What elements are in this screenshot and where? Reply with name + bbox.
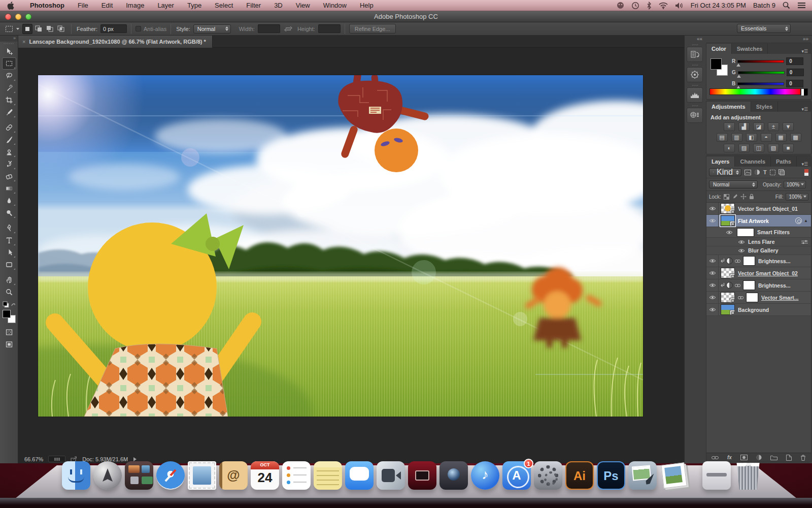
tool-preset-icon[interactable] [4, 24, 14, 34]
tool-path-selection[interactable] [2, 246, 16, 259]
layer-visibility-toggle[interactable] [706, 255, 719, 267]
link-layers-icon[interactable] [712, 455, 719, 460]
lock-transparency-icon[interactable] [724, 194, 729, 200]
wifi-icon[interactable] [659, 2, 668, 9]
channel-value[interactable]: 0 [786, 80, 803, 87]
preview-icon[interactable] [628, 461, 657, 490]
menu-image[interactable]: Image [119, 2, 151, 9]
style-select[interactable]: Normal [193, 24, 231, 34]
menu-photoshop[interactable]: Photoshop [23, 2, 71, 9]
adjustment-levels-icon[interactable]: ▟ [738, 122, 750, 131]
layer-thumbnail[interactable] [721, 292, 735, 303]
messages-icon[interactable] [345, 461, 374, 490]
panel-menu-icon[interactable]: ▾☰ [798, 159, 811, 167]
tool-move[interactable] [2, 45, 16, 57]
opacity-value[interactable]: 100% [784, 181, 806, 188]
layer-name[interactable]: Flat Artwork [738, 218, 769, 224]
trash-icon[interactable] [734, 461, 762, 490]
smart-filter-badge[interactable] [795, 217, 802, 224]
properties-panel-icon[interactable] [687, 67, 703, 82]
histogram-panel-icon[interactable] [687, 87, 703, 103]
mail-icon[interactable] [188, 461, 216, 490]
feather-input[interactable]: 0 px [100, 24, 127, 33]
adjustment-curves-icon[interactable]: ◪ [753, 122, 764, 131]
adjustment-exposure-icon[interactable]: ± [768, 122, 779, 131]
filter-blend-options-icon[interactable] [801, 240, 811, 244]
layer-styles-icon[interactable]: fx [727, 455, 732, 460]
launchpad-icon[interactable] [93, 461, 122, 490]
tool-eraser[interactable] [2, 170, 16, 182]
time-machine-icon[interactable] [631, 2, 639, 10]
swap-dimensions-icon[interactable] [284, 26, 292, 32]
channel-g-slider[interactable]: G0 [732, 69, 804, 76]
new-selection-button[interactable] [22, 24, 32, 34]
adjustment-layer-icon[interactable] [726, 258, 733, 264]
fill-value[interactable]: 100% [786, 193, 808, 201]
filter-mask-thumbnail[interactable] [737, 228, 754, 237]
layer-visibility-toggle[interactable] [726, 230, 733, 235]
adjustment-selective-color-icon[interactable]: ■ [783, 144, 794, 152]
contacts-icon[interactable]: @ [219, 461, 248, 490]
layer-visibility-toggle[interactable] [706, 292, 719, 303]
color-swatches[interactable] [710, 58, 728, 76]
channel-value[interactable]: 0 [787, 69, 804, 76]
notification-center-icon[interactable] [797, 2, 806, 9]
canvas-area[interactable]: 66.67% Doc: 5.93M/21.6M Selection [18, 48, 684, 464]
layer-name[interactable]: Brightness... [758, 282, 791, 289]
layer-visibility-toggle[interactable] [738, 248, 745, 253]
adjustment-color-balance-icon[interactable]: ▥ [731, 133, 742, 142]
menu-window[interactable]: Window [317, 2, 353, 9]
layer-row-brightness[interactable]: Brightness... [706, 255, 811, 267]
tool-crop[interactable] [2, 94, 16, 106]
adjustment-threshold-icon[interactable]: ◫ [753, 144, 764, 152]
new-layer-icon[interactable] [786, 455, 792, 461]
lock-position-icon[interactable] [740, 194, 747, 200]
filter-toggle[interactable] [804, 169, 808, 176]
tool-rectangular-marquee[interactable] [2, 57, 16, 70]
adjustment-photo-filter-icon[interactable]: ◓ [761, 133, 772, 142]
photo-booth-icon[interactable] [408, 461, 436, 490]
menu-3d[interactable]: 3D [267, 2, 289, 9]
tab-styles[interactable]: Styles [751, 102, 778, 112]
menubar-user[interactable]: Batch 9 [753, 2, 775, 9]
menu-view[interactable]: View [289, 2, 317, 9]
layer-thumbnail[interactable] [721, 268, 735, 278]
finder-icon[interactable] [62, 461, 90, 490]
smart-filters-label[interactable]: Smart Filters [757, 229, 790, 235]
intersect-selection-button[interactable] [56, 24, 66, 34]
layer-row-vector-smart-object-01[interactable]: Vector Smart Object_01 [706, 203, 811, 215]
height-input[interactable] [318, 24, 341, 33]
layer-visibility-toggle[interactable] [706, 304, 719, 315]
adjustment-layer-icon[interactable] [726, 282, 733, 289]
adjustment-mask-thumbnail[interactable] [743, 280, 755, 290]
layer-name[interactable]: Vector Smart... [761, 295, 799, 301]
menu-filter[interactable]: Filter [240, 2, 267, 9]
tool-spot-healing[interactable] [2, 121, 16, 134]
layer-row-flat-artwork[interactable]: Flat Artwork▲ [706, 215, 811, 227]
photos-stack-icon[interactable] [660, 461, 688, 490]
apple-menu-icon[interactable] [7, 2, 14, 10]
adjustment-mask-thumbnail[interactable] [743, 256, 755, 266]
tool-type[interactable] [2, 234, 16, 246]
spotlight-search-icon[interactable] [783, 2, 790, 9]
channel-r-slider[interactable]: R0 [732, 57, 803, 65]
mission-control-icon[interactable] [125, 461, 153, 490]
illustrator-icon[interactable]: Ai [565, 461, 594, 490]
add-mask-icon[interactable] [740, 455, 748, 460]
lock-pixels-icon[interactable] [732, 194, 738, 200]
foreground-color-swatch[interactable] [3, 310, 11, 318]
reminders-icon[interactable] [282, 461, 311, 490]
tab-swatches[interactable]: Swatches [732, 44, 768, 54]
document-tab[interactable]: × Lanscape Background_1920x1080 @ 66.7% … [18, 36, 213, 48]
mask-link-icon[interactable] [738, 295, 743, 300]
quick-mask-button[interactable] [2, 326, 16, 338]
tool-history-brush[interactable] [2, 158, 16, 170]
adjustment-brightness-contrast-icon[interactable]: ☀ [724, 122, 735, 131]
layer-visibility-toggle[interactable] [738, 240, 745, 244]
menubar-clock[interactable]: Fri Oct 24 3:05 PM [691, 2, 746, 9]
lock-all-icon[interactable] [749, 194, 754, 200]
app-store-icon[interactable]: A1 [502, 461, 531, 490]
status-menu-icon[interactable] [617, 2, 624, 9]
tool-shape[interactable] [2, 259, 16, 271]
collapse-filters-icon[interactable]: ▲ [804, 218, 808, 223]
